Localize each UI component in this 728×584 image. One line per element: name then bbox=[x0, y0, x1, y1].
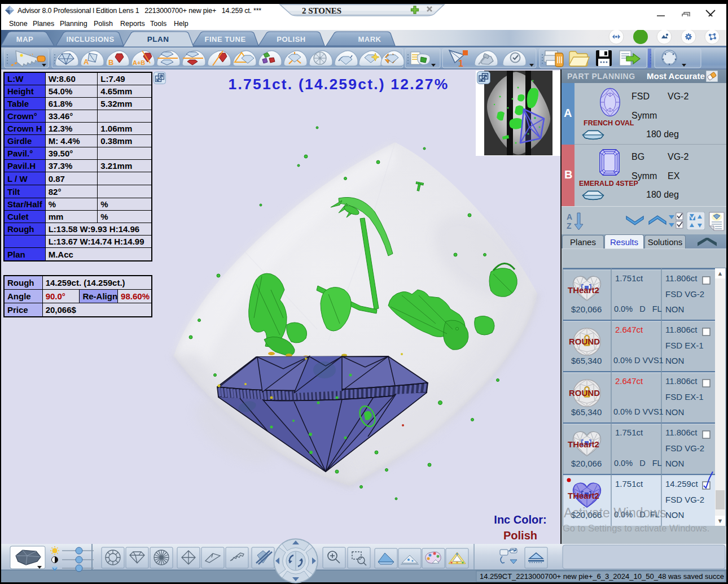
svg-text:Z: Z bbox=[567, 221, 572, 230]
svg-text:INCLUSIONS: INCLUSIONS bbox=[66, 35, 114, 43]
svg-text:1: 1 bbox=[458, 59, 463, 68]
svg-text:MAP: MAP bbox=[16, 35, 33, 43]
svg-text:B: B bbox=[108, 58, 113, 67]
svg-text:POLISH: POLISH bbox=[277, 35, 305, 43]
svg-text:A: A bbox=[567, 212, 572, 221]
svg-text:MARK: MARK bbox=[358, 35, 381, 43]
svg-text:PLAN: PLAN bbox=[147, 35, 169, 43]
svg-text:A+B: A+B bbox=[133, 59, 145, 66]
svg-text:2 STONES: 2 STONES bbox=[302, 6, 341, 15]
svg-text:FINE TUNE: FINE TUNE bbox=[204, 35, 245, 43]
